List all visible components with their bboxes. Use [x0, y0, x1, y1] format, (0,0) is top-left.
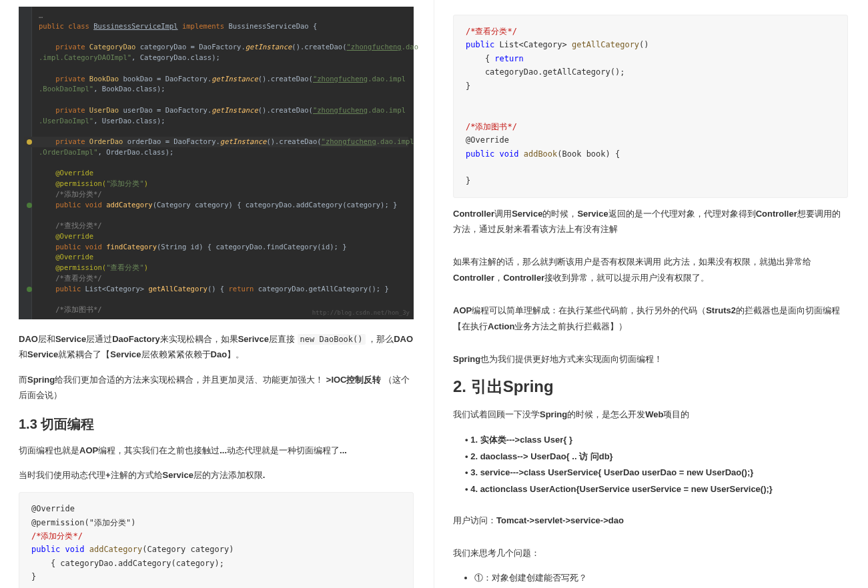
heading-1-3: 1.3 切面编程: [19, 415, 414, 433]
p-aop-explain: AOP编程可以简单理解成：在执行某些代码前，执行另外的代码（Struts2的拦截…: [453, 303, 848, 334]
p-user-access: 用户访问：Tomcat->servlet->service->dao: [453, 513, 848, 528]
heading-2: 2. 引出Spring: [453, 376, 848, 397]
p-dao-service: DAO层和Service层通过DaoFactory来实现松耦合，如果Serivc…: [19, 331, 414, 363]
light-code-block-2: /*查看分类*/ public List<Category> getAllCat…: [453, 15, 848, 198]
list-item: 1. 实体类--->class User{ }: [474, 432, 848, 449]
list-item: 2. daoclass--> UserDao{ .. 访 问db}: [474, 449, 848, 465]
p-annotation-check: 如果有注解的话，那么就判断该用户是否有权限来调用 此方法，如果没有权限，就抛出异…: [453, 254, 848, 285]
p-recall: 我们试着回顾一下没学Spring的时候，是怎么开发Web项目的: [453, 407, 848, 422]
p-proxy-annotation: 当时我们使用动态代理+注解的方式给Service层的方法添加权限.: [19, 467, 414, 483]
light-code-block-1: @Override @permission("添加分类") /*添加分类*/ p…: [19, 492, 414, 588]
watermark: http://blog.csdn.net/hon_3y: [312, 309, 410, 318]
p-think-questions: 我们来思考几个问题：: [453, 545, 848, 561]
questions-list: ①：对象创建创建能否写死？ ②：对象创建细节 对象数量 action 多个 【维…: [474, 570, 848, 588]
list-item: 4. actionclass UserAction{UserService us…: [474, 481, 848, 498]
p-spring-ioc: 而Spring给我们更加合适的方法来实现松耦合，并且更加灵活、功能更加强大！ >…: [19, 372, 414, 403]
p-aop-intro: 切面编程也就是AOP编程，其实我们在之前也接触过...动态代理就是一种切面编程了…: [19, 443, 414, 458]
p-spring-aop: Spring也为我们提供更好地方式来实现面向切面编程！: [453, 351, 848, 367]
dark-code-block: … public class BussinessServiceImpl impl…: [19, 7, 414, 319]
list-item: ①：对象创建创建能否写死？: [474, 570, 848, 587]
steps-list: 1. 实体类--->class User{ } 2. daoclass--> U…: [474, 432, 848, 498]
p-controller-service: Controller调用Service的时候，Service返回的是一个代理对象…: [453, 206, 848, 237]
list-item: 3. service--->class UserService{ UserDao…: [474, 465, 848, 481]
